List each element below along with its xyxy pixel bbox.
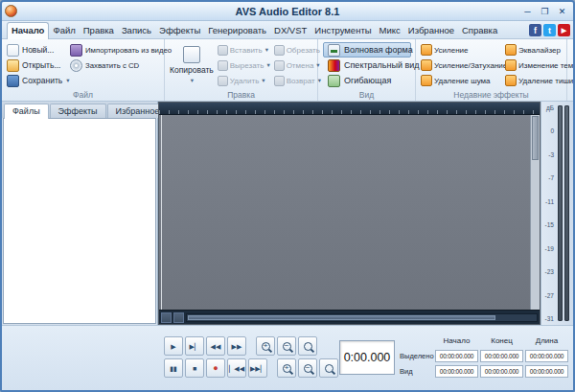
- stop-button[interactable]: ■: [185, 358, 204, 378]
- play-to-end-button[interactable]: ▶▏: [185, 336, 204, 356]
- copy-button[interactable]: Копировать: [170, 42, 214, 88]
- forward-button[interactable]: ▶▶: [227, 336, 246, 356]
- title-bar[interactable]: AVS Audio Editor 8.1 ─ ❐ ✕: [2, 2, 573, 21]
- horizontal-scroll-area: [159, 310, 540, 324]
- go-to-start-button[interactable]: ▏◀◀: [227, 358, 246, 378]
- tab-favorites[interactable]: Избранное: [404, 23, 458, 38]
- noise-removal-button[interactable]: Удаление шума: [421, 73, 501, 88]
- amplify-effect-button[interactable]: Усиление: [421, 42, 501, 58]
- undo-arrow-icon: [274, 60, 285, 71]
- silence-removal-label: Удаление тишины: [518, 77, 575, 85]
- equalizer-label: Эквалайзер: [518, 46, 561, 55]
- youtube-icon[interactable]: ▶: [558, 24, 570, 36]
- tab-mix[interactable]: Микс: [376, 23, 404, 38]
- record-button[interactable]: ●: [206, 358, 225, 378]
- tab-record[interactable]: Запись: [118, 23, 155, 38]
- view-end-field[interactable]: 00:00:00.000: [480, 365, 523, 378]
- trim-button[interactable]: Обрезать: [274, 42, 321, 58]
- vertical-scrollbar[interactable]: [530, 115, 540, 310]
- selection-end-field[interactable]: 00:00:00.000: [480, 350, 523, 362]
- tempo-change-button[interactable]: Изменение темпа: [505, 58, 566, 73]
- scroll-zoom-in-button[interactable]: [173, 312, 184, 323]
- minimize-button[interactable]: ─: [519, 5, 536, 18]
- view-length-field[interactable]: 00:00:00.000: [525, 365, 568, 378]
- silence-removal-button[interactable]: Удаление тишины: [505, 73, 566, 88]
- group-caption-edit: Правка: [165, 90, 317, 100]
- copy-icon: [183, 46, 200, 63]
- meter-bar-left: [558, 105, 563, 321]
- new-file-icon: [7, 44, 19, 57]
- selection-header-end: Конец: [480, 336, 523, 345]
- tab-file[interactable]: Файл: [49, 23, 79, 38]
- ribbon: Новый... Открыть... Сохранить: [2, 39, 573, 102]
- tab-edit[interactable]: Правка: [80, 23, 118, 38]
- envelope-view-button[interactable]: Огибающая: [323, 73, 411, 88]
- tab-help[interactable]: Справка: [458, 23, 501, 38]
- new-button[interactable]: Новый...: [7, 42, 64, 58]
- fade-effect-icon: [421, 59, 432, 71]
- horizontal-scrollbar[interactable]: [186, 313, 538, 322]
- bottom-bar: ▶ ▶▏ ◀◀ ▶▶ + − ▮▮ ■ ● ▏◀◀ ▶▶▏ + − 0:0: [2, 325, 573, 390]
- dropdown-arrow-icon: [191, 77, 194, 84]
- pause-button[interactable]: ▮▮: [164, 358, 183, 378]
- tab-generate[interactable]: Генерировать: [204, 23, 270, 38]
- save-button-label: Сохранить: [22, 76, 62, 85]
- close-button[interactable]: ✕: [554, 5, 570, 18]
- twitter-icon[interactable]: t: [543, 24, 556, 36]
- zoom-in-button[interactable]: +: [256, 336, 275, 356]
- save-button[interactable]: Сохранить: [7, 73, 64, 88]
- tab-effects-panel[interactable]: Эффекты: [50, 104, 106, 118]
- equalizer-button[interactable]: Эквалайзер: [505, 42, 566, 58]
- open-button[interactable]: Открыть...: [7, 58, 64, 73]
- meter-unit: дБ: [546, 104, 554, 111]
- spectral-view-button[interactable]: Спектральный вид: [323, 58, 411, 73]
- view-start-field[interactable]: 00:00:00.000: [435, 365, 478, 378]
- playback-cursor[interactable]: [161, 115, 162, 310]
- zoom-selection-in-button[interactable]: +: [277, 358, 296, 378]
- cut-button[interactable]: Вырезать: [218, 58, 270, 73]
- meter-tick: -27: [545, 292, 554, 299]
- tab-home[interactable]: Начало: [7, 22, 49, 39]
- selection-length-field[interactable]: 00:00:00.000: [525, 350, 568, 362]
- meter-tick: -31: [545, 315, 554, 322]
- waveform-view-button[interactable]: Волновая форма: [323, 42, 411, 58]
- undo-button[interactable]: Отмена: [274, 58, 321, 73]
- import-from-video-button[interactable]: Импортировать из видео: [70, 42, 162, 58]
- paste-button[interactable]: Вставить: [218, 42, 270, 58]
- redo-button[interactable]: Возврат: [274, 73, 321, 88]
- meter-tick: -7: [548, 174, 554, 181]
- app-logo-icon: [5, 5, 17, 17]
- noise-removal-label: Удаление шума: [434, 77, 491, 85]
- zoom-selection-in-icon: +: [283, 364, 291, 373]
- capture-from-cd-button[interactable]: Захватить с CD: [70, 58, 162, 73]
- amplify-effect-icon: [421, 44, 432, 56]
- facebook-icon[interactable]: f: [529, 24, 541, 36]
- selection-panel: Начало Конец Длина Выделено 00:00:00.000…: [399, 334, 568, 379]
- selection-start-field[interactable]: 00:00:00.000: [435, 350, 478, 362]
- tab-tools[interactable]: Инструменты: [310, 23, 375, 38]
- maximize-button[interactable]: ❐: [537, 5, 553, 18]
- tab-dxvst[interactable]: DX/VST: [270, 23, 310, 38]
- group-caption-effects: Недавние эффекты: [416, 90, 566, 100]
- horizontal-scrollbar-thumb[interactable]: [188, 315, 495, 320]
- vertical-scrollbar-thumb[interactable]: [532, 116, 539, 160]
- tab-effects[interactable]: Эффекты: [155, 23, 204, 38]
- import-button-label: Импортировать из видео: [85, 46, 172, 55]
- delete-button[interactable]: Удалить: [218, 73, 270, 88]
- zoom-selection-fit-button[interactable]: [319, 358, 338, 378]
- go-to-end-button[interactable]: ▶▶▏: [248, 358, 267, 378]
- zoom-out-button[interactable]: −: [277, 336, 296, 356]
- play-button[interactable]: ▶: [164, 336, 183, 356]
- scroll-zoom-out-button[interactable]: [161, 312, 172, 323]
- waveform-canvas[interactable]: [159, 115, 540, 310]
- tempo-change-icon: [505, 59, 517, 71]
- view-row-label: Вид: [399, 367, 433, 376]
- zoom-full-button[interactable]: [298, 336, 317, 356]
- zoom-selection-out-button[interactable]: −: [298, 358, 317, 378]
- file-list[interactable]: [3, 118, 156, 324]
- tab-files[interactable]: Файлы: [4, 104, 49, 119]
- timeline-ruler[interactable]: [159, 103, 540, 115]
- meter-tick: -19: [545, 245, 554, 252]
- fade-effect-button[interactable]: Усиление/Затухание: [421, 58, 501, 73]
- rewind-button[interactable]: ◀◀: [206, 336, 225, 356]
